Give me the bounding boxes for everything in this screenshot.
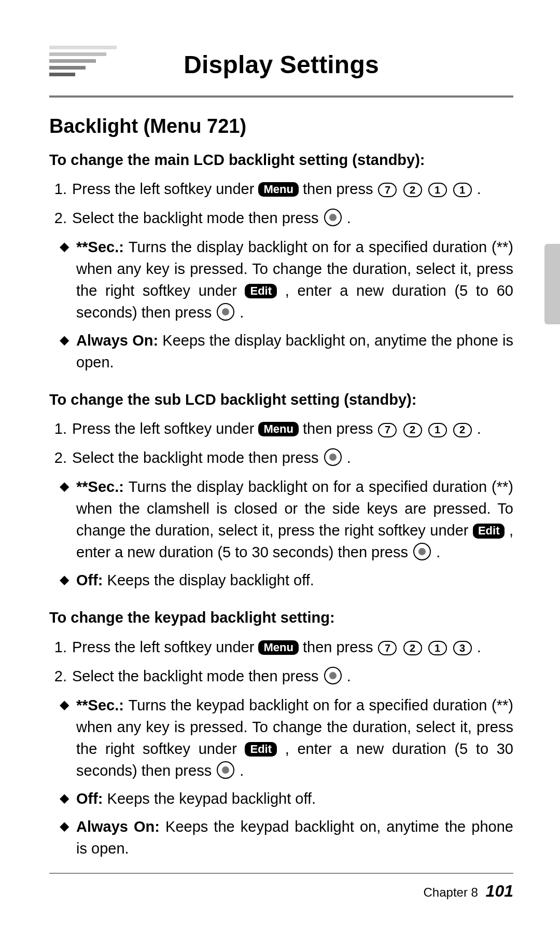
bullet-item: ◆ Always On: Keeps the keypad backlight …: [49, 816, 513, 859]
step: 2. Select the backlight mode then press …: [49, 447, 513, 469]
diamond-icon: ◆: [57, 569, 72, 590]
key-7-icon: 7: [378, 423, 397, 437]
subheading-main-lcd: To change the main LCD backlight setting…: [49, 149, 513, 171]
ok-button-icon: [324, 448, 342, 466]
step-body: Press the left softkey under Menu then p…: [72, 178, 513, 200]
diamond-icon: ◆: [57, 694, 72, 716]
bullet-item: ◆ **Sec.: Turns the keypad backlight on …: [49, 694, 513, 781]
step-body: Select the backlight mode then press .: [72, 665, 513, 687]
thumb-tab: [544, 244, 560, 324]
page-header: Display Settings: [49, 47, 513, 92]
diamond-icon: ◆: [57, 476, 72, 497]
step-number: 2.: [49, 447, 67, 469]
diamond-icon: ◆: [57, 816, 72, 837]
key-2-icon: 2: [403, 641, 422, 655]
step-body: Select the backlight mode then press .: [72, 207, 513, 229]
bullet-body: **Sec.: Turns the display backlight on f…: [76, 476, 513, 563]
step-number: 2.: [49, 665, 67, 687]
ok-button-icon: [324, 209, 342, 226]
divider: [49, 95, 513, 98]
diamond-icon: ◆: [57, 329, 72, 351]
bullet-body: **Sec.: Turns the display backlight on f…: [76, 236, 513, 323]
step: 1. Press the left softkey under Menu the…: [49, 178, 513, 200]
step-number: 2.: [49, 207, 67, 229]
page-footer: Chapter 8 101: [49, 873, 513, 903]
bullet-item: ◆ **Sec.: Turns the display backlight on…: [49, 236, 513, 323]
menu-button-icon: Menu: [258, 182, 298, 197]
manual-page: Display Settings Backlight (Menu 721) To…: [0, 0, 560, 934]
step-number: 1.: [49, 636, 67, 658]
bullet-body: Always On: Keeps the display backlight o…: [76, 329, 513, 373]
key-2-icon: 2: [403, 423, 422, 437]
step: 2. Select the backlight mode then press …: [49, 665, 513, 687]
bullet-item: ◆ Off: Keeps the keypad backlight off.: [49, 788, 513, 809]
edit-button-icon: Edit: [245, 742, 277, 757]
chapter-label: Chapter 8: [424, 885, 478, 899]
logo-bars-icon: [49, 46, 117, 79]
section-heading: Backlight (Menu 721): [49, 112, 513, 141]
bullet-body: **Sec.: Turns the keypad backlight on fo…: [76, 694, 513, 781]
bullet-body: Off: Keeps the display backlight off.: [76, 569, 513, 591]
key-1-icon: 1: [428, 183, 447, 197]
edit-button-icon: Edit: [245, 284, 277, 298]
page-title: Display Settings: [184, 51, 379, 78]
menu-button-icon: Menu: [258, 640, 298, 655]
ok-button-icon: [217, 303, 234, 321]
subheading-keypad: To change the keypad backlight setting:: [49, 607, 513, 628]
bullet-body: Off: Keeps the keypad backlight off.: [76, 788, 513, 809]
key-1-icon: 1: [428, 641, 447, 655]
key-3-icon: 3: [453, 641, 472, 655]
key-7-icon: 7: [378, 183, 397, 197]
diamond-icon: ◆: [57, 236, 72, 257]
edit-button-icon: Edit: [473, 524, 505, 538]
ok-button-icon: [413, 543, 431, 560]
step: 1. Press the left softkey under Menu the…: [49, 636, 513, 658]
key-2-icon: 2: [403, 183, 422, 197]
ok-button-icon: [217, 761, 234, 779]
bullet-item: ◆ Always On: Keeps the display backlight…: [49, 329, 513, 373]
bullet-body: Always On: Keeps the keypad backlight on…: [76, 816, 513, 859]
key-1-icon: 1: [453, 183, 472, 197]
page-number: 101: [486, 882, 513, 900]
step-body: Press the left softkey under Menu then p…: [72, 636, 513, 658]
bullet-item: ◆ **Sec.: Turns the display backlight on…: [49, 476, 513, 563]
menu-button-icon: Menu: [258, 422, 298, 436]
key-7-icon: 7: [378, 641, 397, 655]
step-number: 1.: [49, 178, 67, 200]
step: 1. Press the left softkey under Menu the…: [49, 418, 513, 439]
diamond-icon: ◆: [57, 788, 72, 809]
ok-button-icon: [324, 667, 342, 684]
subheading-sub-lcd: To change the sub LCD backlight setting …: [49, 389, 513, 410]
step-number: 1.: [49, 418, 67, 439]
step: 2. Select the backlight mode then press …: [49, 207, 513, 229]
step-body: Press the left softkey under Menu then p…: [72, 418, 513, 439]
key-2-icon: 2: [453, 423, 472, 437]
step-body: Select the backlight mode then press .: [72, 447, 513, 469]
key-1-icon: 1: [428, 423, 447, 437]
footer-divider: [49, 873, 513, 874]
bullet-item: ◆ Off: Keeps the display backlight off.: [49, 569, 513, 591]
